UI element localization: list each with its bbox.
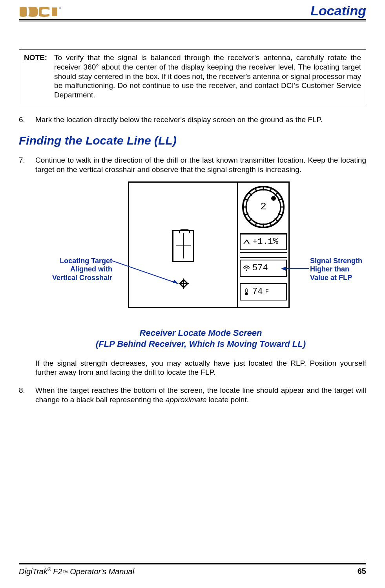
step-number: 7. <box>19 156 27 377</box>
pitch-readout: +1.1% <box>240 233 287 250</box>
locate-screen-figure: 2 +1.1% <box>35 181 366 323</box>
locating-target-icon <box>179 278 189 289</box>
step-text: Continue to walk in the direction of the… <box>35 156 366 174</box>
page-number: 65 <box>358 567 366 576</box>
step-text: Mark the location directly below the rec… <box>35 115 366 125</box>
callout-locating-target: Locating Target Aligned with Vertical Cr… <box>30 257 112 282</box>
step-number: 6. <box>19 115 27 125</box>
clock-position-value: 2 <box>241 185 285 229</box>
note-box: NOTE: To verify that the signal is balan… <box>19 49 366 104</box>
temperature-unit: F <box>265 288 269 296</box>
step-6: 6. Mark the location directly below the … <box>19 115 366 125</box>
subsection-heading: Finding the Locate Line (LL) <box>19 133 366 148</box>
temperature-value: 74 <box>252 286 263 297</box>
page-footer: DigiTrak® F2™ Operator's Manual 65 <box>19 562 366 576</box>
figure-caption: Receiver Locate Mode Screen (FLP Behind … <box>35 328 366 350</box>
svg-rect-25 <box>246 289 247 293</box>
pitch-icon <box>243 238 250 245</box>
step-7: 7. Continue to walk in the direction of … <box>19 156 366 377</box>
panel-divider <box>240 252 287 258</box>
page-header: ® Locating <box>19 0 366 18</box>
temperature-readout: 74 F <box>240 283 287 300</box>
svg-point-26 <box>245 292 248 295</box>
screen-right-panel: 2 +1.1% <box>238 183 288 307</box>
footer-rule-thin <box>19 562 366 562</box>
note-text: To verify that the signal is balanced th… <box>54 53 361 100</box>
footer-product: DigiTrak® F2™ Operator's Manual <box>19 567 134 576</box>
step-number: 8. <box>19 386 27 405</box>
pitch-value: +1.1% <box>252 236 278 247</box>
step-text: When the target reaches the bottom of th… <box>35 386 366 405</box>
signal-value: 574 <box>252 263 268 274</box>
header-rule-thick <box>19 19 366 20</box>
screen-left-panel <box>129 183 238 307</box>
signal-readout: 574 <box>240 260 287 277</box>
step-8: 8. When the target reaches the bottom of… <box>19 386 366 405</box>
receiver-box-icon <box>172 230 194 262</box>
step-7-followup: If the signal strength decreases, you ma… <box>35 359 366 377</box>
section-title: Locating <box>310 3 366 18</box>
svg-rect-0 <box>52 7 57 16</box>
clock-face-icon: 2 <box>241 185 285 229</box>
callout-signal-strength: Signal Strength Higher than Value at FLP <box>310 257 385 282</box>
dci-logo: ® <box>19 5 63 18</box>
signal-icon <box>243 265 250 272</box>
device-screen: 2 +1.1% <box>128 181 290 308</box>
footer-rule-thick <box>19 563 366 564</box>
svg-point-24 <box>246 269 247 271</box>
svg-text:®: ® <box>59 6 61 10</box>
thermometer-icon <box>243 288 250 295</box>
note-label: NOTE: <box>24 53 50 100</box>
